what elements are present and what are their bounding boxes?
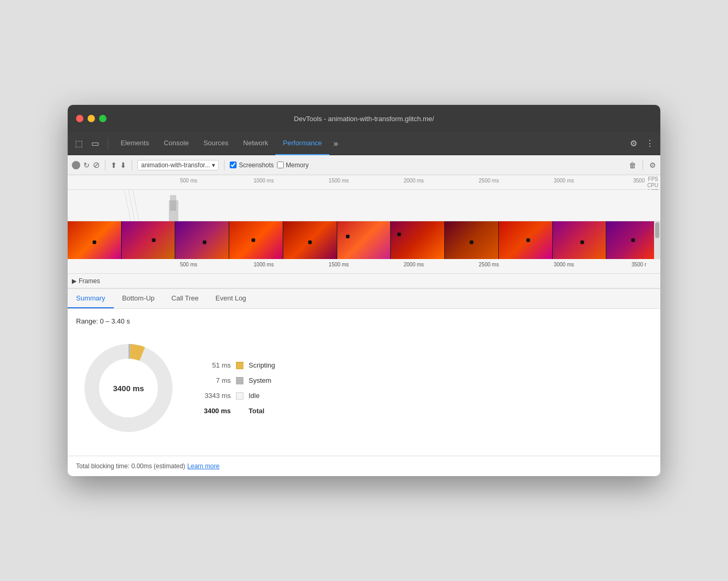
- devtools-window: DevTools - animation-with-transform.glit…: [68, 105, 660, 476]
- tab-sources[interactable]: Sources: [196, 132, 236, 155]
- fullscreen-button[interactable]: [99, 115, 106, 122]
- screenshot-dot-7: [470, 240, 474, 244]
- screenshot-dot-8: [526, 239, 530, 242]
- total-value: 3400 ms: [202, 407, 231, 415]
- screenshot-thumb-3[interactable]: [229, 221, 283, 259]
- legend-item-idle: 3343 ms Idle: [202, 392, 275, 400]
- performance-toolbar: ↻ ⊘ ⬆ ⬇ animation-with-transfor... ▾ Scr…: [68, 155, 660, 175]
- ruler2-mark-1000: 1000 ms: [254, 262, 274, 267]
- frames-row: ▶ Frames: [68, 274, 660, 288]
- screenshots-label: Screenshots: [239, 162, 274, 169]
- perf-divider4: [643, 160, 643, 170]
- screenshots-checkbox[interactable]: [230, 162, 237, 168]
- minimize-button[interactable]: [88, 115, 95, 122]
- device-icon[interactable]: ▭: [88, 136, 102, 150]
- panel-tabs: Summary Bottom-Up Call Tree Event Log: [68, 289, 660, 309]
- toolbar-right: ⚙ ⋮: [628, 136, 656, 150]
- idle-value: 3343 ms: [202, 392, 231, 400]
- svg-rect-4: [170, 195, 176, 211]
- screenshot-thumb-2[interactable]: [175, 221, 229, 259]
- screenshot-thumb-4[interactable]: [283, 221, 337, 259]
- cpu-graph-svg: [124, 190, 660, 221]
- ruler-mark-2000: 2000 ms: [404, 178, 424, 184]
- upload-button[interactable]: ⬆: [111, 161, 117, 169]
- summary-panel: Range: 0 – 3.40 s 3400 ms: [68, 309, 660, 456]
- scripting-label: Scripting: [249, 361, 275, 369]
- devtools-tabs: Elements Console Sources Network Perform…: [113, 132, 626, 155]
- tab-bottom-up[interactable]: Bottom-Up: [114, 289, 163, 308]
- screenshot-dot-0: [92, 240, 96, 244]
- range-text: Range: 0 – 3.40 s: [76, 317, 652, 325]
- settings-icon[interactable]: ⚙: [628, 136, 639, 150]
- record-button[interactable]: [72, 161, 80, 169]
- ruler-mark-500: 500 ms: [180, 178, 197, 184]
- tab-performance[interactable]: Performance: [275, 132, 329, 155]
- ruler-mark-3000: 3000 ms: [554, 178, 574, 184]
- screenshot-dot-5: [346, 234, 350, 238]
- screenshot-dot-3: [251, 239, 255, 242]
- screenshot-dot-2: [203, 240, 207, 244]
- perf-toolbar-right: 🗑 ⚙: [629, 160, 656, 170]
- reload-button[interactable]: ↻: [83, 161, 90, 169]
- tab-summary[interactable]: Summary: [68, 289, 114, 308]
- summary-content: 3400 ms 51 ms Scripting 7 ms Sys: [76, 336, 652, 440]
- clear-button[interactable]: 🗑: [629, 161, 636, 169]
- url-selector[interactable]: animation-with-transfor... ▾: [137, 160, 219, 170]
- memory-checkbox[interactable]: [277, 162, 284, 168]
- frames-expand-icon[interactable]: ▶: [72, 277, 77, 285]
- ruler2-mark-1500: 1500 ms: [329, 262, 349, 267]
- screenshot-thumb-0[interactable]: [68, 221, 122, 259]
- screenshot-thumb-9[interactable]: [553, 221, 607, 259]
- timeline-scrollbar[interactable]: [654, 221, 660, 259]
- screenshot-thumb-6[interactable]: [391, 221, 445, 259]
- bottom-panel: Summary Bottom-Up Call Tree Event Log Ra…: [68, 289, 660, 476]
- system-swatch: [236, 377, 243, 384]
- fps-label: FPS: [648, 176, 658, 182]
- frames-label: Frames: [79, 277, 100, 285]
- scrollbar-thumb[interactable]: [655, 222, 659, 238]
- timeline-container: 500 ms 1000 ms 1500 ms 2000 ms 2500 ms 3…: [68, 175, 660, 289]
- screenshot-thumb-8[interactable]: [499, 221, 553, 259]
- tab-console[interactable]: Console: [156, 132, 196, 155]
- total-label: Total: [249, 407, 264, 415]
- idle-label: Idle: [249, 392, 260, 400]
- more-options-icon[interactable]: ⋮: [644, 136, 656, 150]
- tab-elements[interactable]: Elements: [113, 132, 156, 155]
- tab-call-tree[interactable]: Call Tree: [163, 289, 207, 308]
- ruler2-mark-500: 500 ms: [180, 262, 197, 267]
- ruler2-mark-3000: 3000 ms: [554, 262, 574, 267]
- ruler-marks-top: 500 ms 1000 ms 1500 ms 2000 ms 2500 ms 3…: [124, 178, 660, 187]
- legend: 51 ms Scripting 7 ms System 3343 ms: [202, 361, 275, 415]
- legend-item-scripting: 51 ms Scripting: [202, 361, 275, 369]
- panel-footer: Total blocking time: 0.00ms (estimated) …: [68, 456, 660, 476]
- cpu-label: CPU: [647, 182, 658, 188]
- timeline-ruler-top: 500 ms 1000 ms 1500 ms 2000 ms 2500 ms 3…: [68, 175, 660, 190]
- tab-event-log[interactable]: Event Log: [207, 289, 255, 308]
- close-button[interactable]: [76, 115, 83, 122]
- traffic-lights: [76, 115, 106, 122]
- timeline-ruler-bottom: 500 ms 1000 ms 1500 ms 2000 ms 2500 ms 3…: [68, 259, 660, 274]
- toolbar-divider: [108, 137, 108, 150]
- learn-more-link[interactable]: Learn more: [187, 462, 219, 470]
- screenshot-thumb-5[interactable]: [337, 221, 391, 259]
- tab-network[interactable]: Network: [236, 132, 276, 155]
- perf-settings-icon[interactable]: ⚙: [649, 161, 656, 169]
- donut-chart: 3400 ms: [76, 336, 181, 440]
- more-tabs-button[interactable]: »: [329, 137, 342, 150]
- screenshot-dot-9: [580, 240, 584, 244]
- screenshot-thumb-1[interactable]: [122, 221, 176, 259]
- screenshot-dot-4: [308, 240, 312, 244]
- screenshot-thumb-10[interactable]: [606, 221, 660, 259]
- devtools-toolbar: ⬚ ▭ Elements Console Sources Network Per…: [68, 132, 660, 155]
- cpu-area: [68, 190, 660, 221]
- ruler2-mark-3500: 3500 r: [631, 262, 646, 267]
- cursor-icon[interactable]: ⬚: [72, 136, 86, 150]
- ruler2-mark-2500: 2500 ms: [479, 262, 499, 267]
- download-button[interactable]: ⬇: [120, 161, 126, 169]
- memory-label: Memory: [286, 162, 308, 169]
- screenshot-thumb-7[interactable]: [445, 221, 499, 259]
- memory-checkbox-group: Memory: [277, 162, 308, 169]
- screenshots-strip: [68, 221, 660, 259]
- perf-divider3: [224, 160, 224, 170]
- cancel-button[interactable]: ⊘: [93, 160, 100, 170]
